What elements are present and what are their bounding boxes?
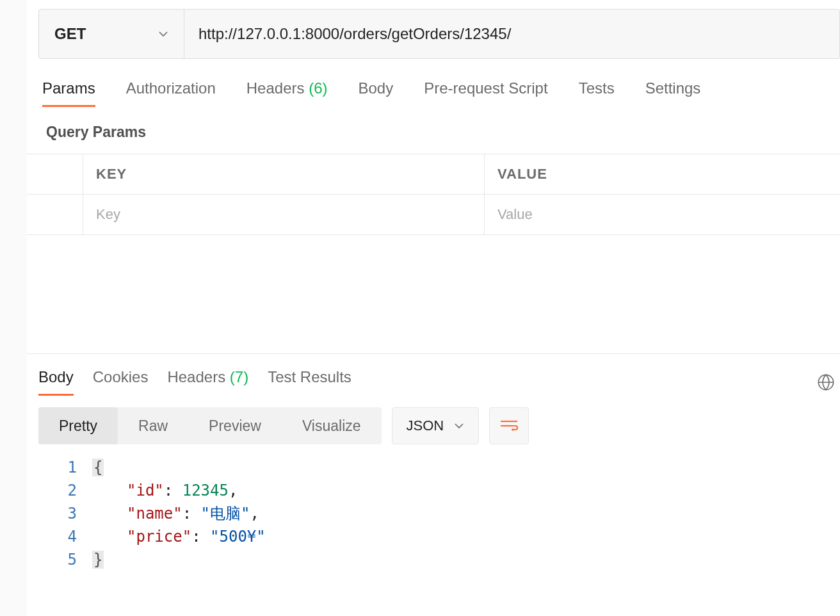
view-mode-raw[interactable]: Raw [118, 407, 188, 444]
tab-pre-request[interactable]: Pre-request Script [424, 79, 547, 105]
method-select[interactable]: GET [39, 10, 184, 58]
code-content: "price": "500¥" [92, 525, 266, 548]
tab-headers-label: Headers [246, 79, 305, 97]
view-mode-pretty[interactable]: Pretty [38, 407, 118, 444]
format-label: JSON [407, 417, 444, 434]
resp-tab-body[interactable]: Body [38, 368, 74, 396]
left-gutter [0, 0, 27, 616]
chevron-down-icon [454, 421, 464, 431]
chevron-down-icon [158, 29, 168, 39]
code-content: "name": "电脑", [92, 502, 259, 525]
view-mode-visualize[interactable]: Visualize [282, 407, 382, 444]
wrap-lines-button[interactable] [489, 407, 529, 444]
query-params-table: KEY VALUE [27, 154, 840, 235]
tab-tests[interactable]: Tests [579, 79, 615, 105]
qp-value-header: VALUE [485, 154, 840, 194]
url-input[interactable] [184, 10, 839, 58]
resp-tab-headers-label: Headers [167, 368, 225, 385]
qp-handle-header [27, 154, 83, 194]
view-mode-row: Pretty Raw Preview Visualize JSON [38, 407, 840, 444]
code-line: 2"id": 12345, [55, 479, 840, 502]
tab-headers[interactable]: Headers (6) [246, 79, 328, 105]
code-line: 5} [55, 548, 840, 571]
qp-key-header: KEY [83, 154, 485, 194]
line-number: 3 [55, 502, 92, 525]
code-line: 1{ [55, 456, 840, 479]
view-mode-group: Pretty Raw Preview Visualize [38, 407, 382, 444]
line-number: 5 [55, 548, 92, 571]
resp-tab-cookies[interactable]: Cookies [93, 368, 149, 396]
tab-settings[interactable]: Settings [645, 79, 701, 105]
line-number: 4 [55, 525, 92, 548]
tab-body[interactable]: Body [359, 79, 394, 105]
globe-icon[interactable] [817, 373, 835, 391]
tab-authorization[interactable]: Authorization [126, 79, 216, 105]
code-content: } [92, 548, 104, 571]
line-number: 1 [55, 456, 92, 479]
resp-tab-headers[interactable]: Headers (7) [167, 368, 248, 396]
resp-tab-test-results[interactable]: Test Results [268, 368, 351, 396]
code-content: { [92, 456, 104, 479]
format-select[interactable]: JSON [392, 407, 480, 444]
query-params-title: Query Params [46, 124, 840, 141]
qp-handle-cell [27, 195, 83, 234]
request-tabs: Params Authorization Headers (6) Body Pr… [42, 79, 840, 107]
tab-params[interactable]: Params [42, 79, 95, 107]
view-mode-preview[interactable]: Preview [188, 407, 282, 444]
request-bar: GET [38, 9, 840, 59]
request-body-spacer [27, 235, 840, 354]
line-number: 2 [55, 479, 92, 502]
response-tab-row: Body Cookies Headers (7) Test Results [38, 368, 840, 396]
response-tabs: Body Cookies Headers (7) Test Results [38, 368, 817, 396]
method-label: GET [54, 25, 158, 43]
response-body-json[interactable]: 1{2"id": 12345,3"name": "电脑",4"price": "… [55, 456, 840, 571]
qp-value-input[interactable] [497, 206, 827, 223]
code-line: 3"name": "电脑", [55, 502, 840, 525]
tab-headers-count: (6) [309, 79, 327, 97]
wrap-icon [499, 419, 519, 433]
code-content: "id": 12345, [92, 479, 238, 502]
resp-tab-headers-count: (7) [230, 368, 248, 385]
qp-key-input[interactable] [96, 206, 471, 223]
code-line: 4"price": "500¥" [55, 525, 840, 548]
